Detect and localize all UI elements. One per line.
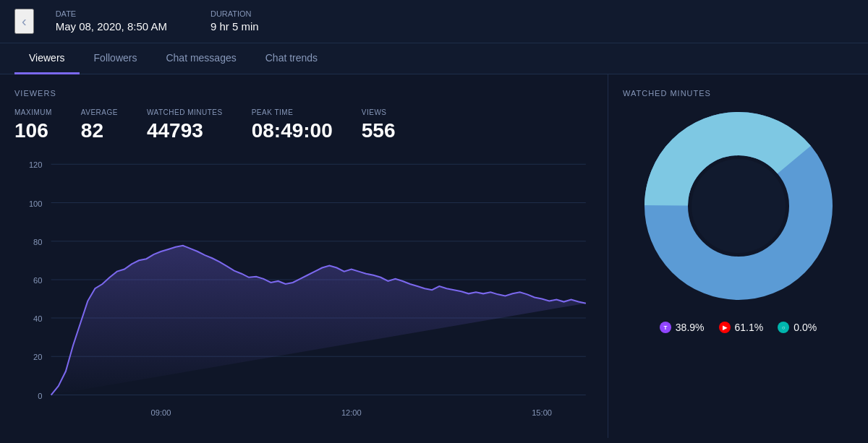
svg-text:0: 0 [38, 392, 42, 400]
stat-average-value: 82 [81, 119, 118, 142]
other-platform-icon: ○ [778, 322, 789, 333]
date-value: May 08, 2020, 8:50 AM [56, 20, 167, 33]
back-button[interactable]: ‹ [14, 9, 34, 34]
tab-chat-trends[interactable]: Chat trends [251, 43, 332, 74]
svg-text:80: 80 [33, 238, 42, 246]
stat-peak-time-label: PEAK TIME [252, 108, 333, 116]
legend-other: ○ 0.0% [778, 322, 817, 333]
youtube-icon: ▶ [719, 322, 731, 333]
stat-views-label: VIEWS [362, 108, 396, 116]
stat-watched-minutes-value: 44793 [147, 119, 223, 142]
right-panel: WATCHED MINUTES T 38.9% [608, 74, 868, 438]
other-percentage: 0.0% [793, 322, 817, 333]
stat-average: AVERAGE 82 [81, 108, 118, 142]
donut-svg [644, 112, 833, 300]
viewers-chart: 120 100 80 60 40 20 0 09:00 12:00 15:00 [14, 157, 593, 431]
stat-peak-time-value: 08:49:00 [252, 119, 333, 142]
legend-twitch: T 38.9% [660, 322, 705, 333]
svg-text:120: 120 [29, 160, 43, 169]
svg-text:15:00: 15:00 [532, 408, 552, 417]
chart-svg: 120 100 80 60 40 20 0 09:00 12:00 15:00 [14, 157, 593, 431]
stat-average-label: AVERAGE [81, 108, 118, 116]
tab-bar: Viewers Followers Chat messages Chat tre… [0, 43, 868, 74]
viewers-section-label: VIEWERS [14, 89, 593, 98]
stats-row: MAXIMUM 106 AVERAGE 82 WATCHED MINUTES 4… [14, 108, 593, 142]
youtube-percentage: 61.1% [735, 322, 764, 333]
header: ‹ Date May 08, 2020, 8:50 AM Duration 9 … [0, 0, 868, 43]
date-field: Date May 08, 2020, 8:50 AM [56, 9, 167, 33]
stat-maximum: MAXIMUM 106 [14, 108, 52, 142]
watched-minutes-label: WATCHED MINUTES [623, 89, 711, 98]
stat-views-value: 556 [362, 119, 396, 142]
svg-text:09:00: 09:00 [151, 408, 171, 417]
stat-watched-minutes: WATCHED MINUTES 44793 [147, 108, 223, 142]
twitch-icon: T [660, 322, 671, 333]
svg-text:20: 20 [33, 353, 42, 361]
legend-youtube: ▶ 61.1% [719, 322, 764, 333]
donut-chart [644, 112, 833, 300]
stat-watched-minutes-label: WATCHED MINUTES [147, 108, 223, 116]
stat-maximum-label: MAXIMUM [14, 108, 52, 116]
duration-value: 9 hr 5 min [210, 20, 259, 33]
tab-chat-messages[interactable]: Chat messages [151, 43, 250, 74]
header-info: Date May 08, 2020, 8:50 AM Duration 9 hr… [56, 9, 259, 33]
svg-point-19 [692, 159, 786, 253]
stat-maximum-value: 106 [14, 119, 52, 142]
stat-views: VIEWS 556 [362, 108, 396, 142]
svg-text:60: 60 [33, 276, 42, 285]
content-area: VIEWERS MAXIMUM 106 AVERAGE 82 WATCHED M… [0, 74, 868, 438]
twitch-percentage: 38.9% [676, 322, 705, 333]
svg-text:12:00: 12:00 [341, 408, 362, 417]
svg-text:100: 100 [29, 199, 43, 208]
date-label: Date [56, 9, 167, 18]
platform-legend: T 38.9% ▶ 61.1% ○ 0.0% [660, 322, 817, 333]
tab-viewers[interactable]: Viewers [14, 43, 80, 74]
tab-followers[interactable]: Followers [80, 43, 152, 74]
duration-label: Duration [210, 9, 259, 18]
stat-peak-time: PEAK TIME 08:49:00 [252, 108, 333, 142]
main-panel: VIEWERS MAXIMUM 106 AVERAGE 82 WATCHED M… [0, 74, 608, 438]
svg-text:40: 40 [33, 314, 42, 323]
duration-field: Duration 9 hr 5 min [210, 9, 259, 33]
